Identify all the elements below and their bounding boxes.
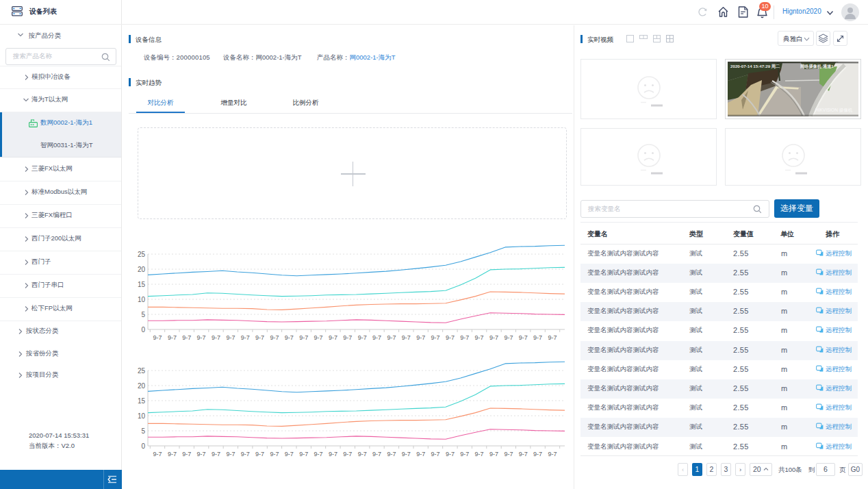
svg-text:9-7: 9-7	[168, 334, 177, 341]
svg-text:20: 20	[138, 382, 146, 390]
svg-text:9-7: 9-7	[212, 334, 220, 341]
svg-text:9-7: 9-7	[314, 334, 323, 341]
svg-text:9-7: 9-7	[504, 334, 513, 341]
svg-text:9-7: 9-7	[241, 334, 250, 341]
svg-text:9-7: 9-7	[343, 451, 352, 457]
svg-text:20: 20	[138, 266, 146, 273]
svg-text:9-7: 9-7	[460, 334, 469, 341]
svg-text:9-7: 9-7	[285, 334, 294, 341]
svg-text:9-7: 9-7	[153, 334, 162, 341]
svg-text:9-7: 9-7	[299, 451, 308, 457]
svg-text:9-7: 9-7	[504, 451, 513, 457]
svg-text:9-7: 9-7	[548, 451, 557, 457]
svg-text:9-7: 9-7	[270, 334, 279, 341]
svg-text:0: 0	[141, 442, 145, 450]
svg-text:9-7: 9-7	[446, 451, 455, 457]
svg-text:9-7: 9-7	[285, 451, 294, 457]
svg-text:9-7: 9-7	[212, 451, 220, 457]
svg-text:网络摄像机-通道1: 网络摄像机-通道1	[800, 64, 834, 69]
svg-text:5: 5	[141, 311, 145, 318]
svg-text:9-7: 9-7	[372, 451, 381, 457]
svg-text:15: 15	[138, 281, 146, 288]
svg-text:9-7: 9-7	[182, 451, 191, 457]
svg-text:9-7: 9-7	[431, 451, 439, 457]
svg-text:9-7: 9-7	[402, 451, 411, 457]
svg-text:9-7: 9-7	[270, 451, 279, 457]
svg-text:9-7: 9-7	[416, 451, 425, 457]
svg-text:9-7: 9-7	[153, 451, 162, 457]
svg-text:10: 10	[138, 296, 146, 303]
svg-text:9-7: 9-7	[168, 451, 177, 457]
svg-text:9-7: 9-7	[329, 451, 337, 457]
svg-text:9-7: 9-7	[475, 334, 484, 341]
svg-text:0: 0	[141, 326, 145, 334]
svg-text:25: 25	[138, 367, 146, 375]
svg-text:9-7: 9-7	[460, 451, 469, 457]
svg-text:9-7: 9-7	[255, 451, 264, 457]
svg-text:9-7: 9-7	[182, 334, 191, 341]
svg-text:9-7: 9-7	[533, 334, 542, 341]
svg-text:9-7: 9-7	[299, 334, 308, 341]
svg-text:HIKVISION 摄像机: HIKVISION 摄像机	[815, 108, 853, 113]
svg-text:9-7: 9-7	[519, 451, 528, 457]
svg-text:9-7: 9-7	[343, 334, 352, 341]
svg-text:9-7: 9-7	[255, 334, 264, 341]
svg-text:9-7: 9-7	[226, 451, 235, 457]
svg-text:9-7: 9-7	[226, 334, 235, 341]
svg-text:9-7: 9-7	[431, 334, 439, 341]
svg-text:9-7: 9-7	[519, 334, 528, 341]
svg-text:9-7: 9-7	[533, 451, 542, 457]
svg-text:9-7: 9-7	[314, 451, 323, 457]
svg-text:25: 25	[138, 251, 146, 258]
svg-text:2020-07-14 15:47:29 周二: 2020-07-14 15:47:29 周二	[730, 64, 780, 69]
svg-text:9-7: 9-7	[402, 334, 411, 341]
svg-text:9-7: 9-7	[372, 334, 381, 341]
svg-text:9-7: 9-7	[241, 451, 250, 457]
svg-text:9-7: 9-7	[358, 334, 367, 341]
svg-text:9-7: 9-7	[489, 451, 498, 457]
svg-text:9-7: 9-7	[489, 334, 498, 341]
svg-text:9-7: 9-7	[446, 334, 455, 341]
svg-text:9-7: 9-7	[197, 334, 206, 341]
svg-text:9-7: 9-7	[548, 334, 557, 341]
svg-text:10: 10	[138, 412, 146, 420]
svg-text:9-7: 9-7	[358, 451, 367, 457]
svg-text:9-7: 9-7	[416, 334, 425, 341]
svg-text:9-7: 9-7	[387, 451, 396, 457]
svg-text:9-7: 9-7	[387, 334, 396, 341]
svg-text:9-7: 9-7	[197, 451, 206, 457]
svg-text:9-7: 9-7	[329, 334, 337, 341]
svg-text:15: 15	[138, 397, 146, 405]
svg-text:5: 5	[141, 427, 145, 435]
svg-text:9-7: 9-7	[475, 451, 484, 457]
